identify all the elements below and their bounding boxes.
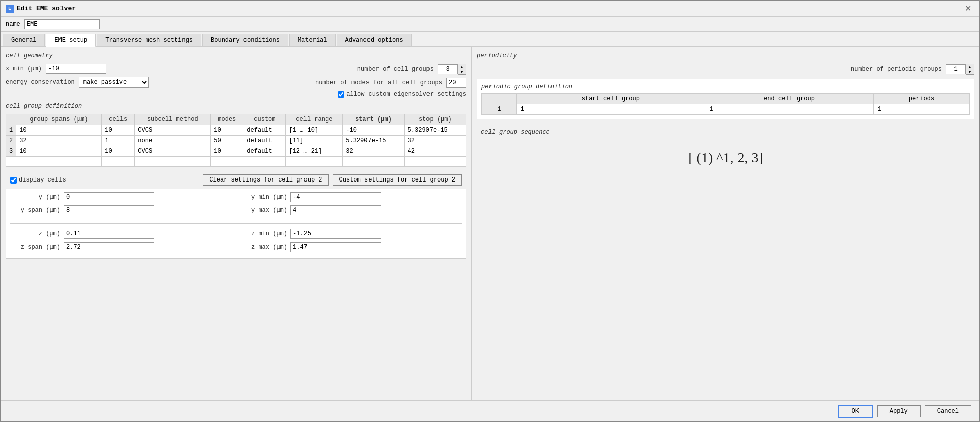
row-2-custom: default xyxy=(243,136,286,146)
z-min-label: z min (μm) xyxy=(237,230,287,237)
tab-material[interactable]: Material xyxy=(289,34,336,46)
num-cell-groups-row: number of cell groups ▲ ▼ xyxy=(357,64,466,75)
col-num xyxy=(6,114,16,125)
spinbox-down[interactable]: ▼ xyxy=(458,69,466,74)
num-periodic-groups-input[interactable] xyxy=(946,64,966,74)
table-row-empty xyxy=(6,157,466,167)
z-row: z (μm) xyxy=(10,229,235,239)
tab-advanced-options[interactable]: Advanced options xyxy=(337,34,412,46)
empty-cell-3 xyxy=(102,157,135,167)
spinbox-buttons: ▲ ▼ xyxy=(458,64,466,75)
y-min-input[interactable] xyxy=(290,192,381,202)
table-row: 1 10 10 CVCS 10 default [1 … 10] -10 5.3… xyxy=(6,125,466,136)
row-2-modes: 50 xyxy=(211,136,243,146)
allow-custom-checkbox[interactable] xyxy=(338,91,344,98)
empty-cell-1 xyxy=(6,157,16,167)
left-panel: cell geometry x min (μm) energy conserva… xyxy=(1,47,472,400)
custom-settings-button[interactable]: Custom settings for cell group 2 xyxy=(333,174,462,186)
num-cell-groups-spinbox: ▲ ▼ xyxy=(438,64,466,75)
name-input[interactable] xyxy=(24,19,100,29)
y-max-label: y max (μm) xyxy=(237,207,287,214)
z-label: z (μm) xyxy=(10,230,60,237)
z-span-row: z span (μm) xyxy=(10,242,235,252)
spinbox-btns-2: ▲ ▼ xyxy=(966,64,974,75)
tab-eme-setup[interactable]: EME setup xyxy=(46,34,96,47)
spinbox-up[interactable]: ▲ xyxy=(458,64,466,69)
main-content: cell geometry x min (μm) energy conserva… xyxy=(1,47,979,400)
num-periodic-groups-row: number of periodic groups ▲ ▼ xyxy=(477,64,974,75)
z-min-input[interactable] xyxy=(290,229,381,239)
empty-cell-8 xyxy=(343,157,404,167)
table-row: 3 10 10 CVCS 10 default [12 … 21] 32 42 xyxy=(6,146,466,157)
close-button[interactable]: ✕ xyxy=(962,3,974,14)
row-3-cells: 10 xyxy=(102,146,135,157)
z-right-fields: z min (μm) z max (μm) xyxy=(237,229,462,255)
row-1-cells: 10 xyxy=(102,125,135,136)
name-label: name xyxy=(6,21,20,28)
y-min-label: y min (μm) xyxy=(237,194,287,201)
cell-geometry-controls: x min (μm) energy conservation make pass… xyxy=(6,64,466,98)
row-1-num: 1 xyxy=(6,125,16,136)
display-cells-row: display cells xyxy=(10,176,66,184)
num-cell-groups-label: number of cell groups xyxy=(357,66,434,73)
row-1-subcell: CVCS xyxy=(135,125,211,136)
period-row-1-num: 1 xyxy=(482,104,517,115)
left-controls: x min (μm) energy conservation make pass… xyxy=(6,64,235,91)
tab-transverse-mesh[interactable]: Transverse mesh settings xyxy=(97,34,201,46)
action-buttons: Clear settings for cell group 2 Custom s… xyxy=(203,174,462,186)
num-modes-input[interactable] xyxy=(446,78,466,88)
row-2-num: 2 xyxy=(6,136,16,146)
z-span-label: z span (μm) xyxy=(10,244,60,251)
cell-group-sequence-section: cell group sequence [ (1) ^1, 2, 3] xyxy=(477,125,974,180)
row-3-custom: default xyxy=(243,146,286,157)
apply-button[interactable]: Apply xyxy=(877,405,921,417)
periodicity-title: periodicity xyxy=(477,52,974,59)
clear-settings-button[interactable]: Clear settings for cell group 2 xyxy=(203,174,328,186)
tab-general[interactable]: General xyxy=(3,34,45,46)
cell-group-sequence-title: cell group sequence xyxy=(481,129,970,136)
row-2-spans: 32 xyxy=(16,136,102,146)
energy-conservation-label: energy conservation xyxy=(6,79,75,86)
row-1-modes: 10 xyxy=(211,125,243,136)
allow-custom-row: allow custom eigensolver settings xyxy=(338,91,466,98)
y-max-row: y max (μm) xyxy=(237,205,462,215)
periodic-group-def-title: periodic group definition xyxy=(481,83,970,90)
col-stop: stop (μm) xyxy=(404,114,466,125)
z-input[interactable] xyxy=(64,229,154,239)
window-title: Edit EME solver xyxy=(17,5,76,12)
empty-cell-4 xyxy=(135,157,211,167)
y-max-input[interactable] xyxy=(290,205,381,215)
cell-group-definition-title: cell group definition xyxy=(6,103,466,110)
tab-boundary-conditions[interactable]: Boundary conditions xyxy=(202,34,288,46)
col-cell-range: cell range xyxy=(286,114,343,125)
col-start: start (μm) xyxy=(343,114,404,125)
col-custom: custom xyxy=(243,114,286,125)
energy-conservation-select[interactable]: make passive conserve energy none xyxy=(79,77,149,88)
row-3-spans: 10 xyxy=(16,146,102,157)
empty-cell-5 xyxy=(211,157,243,167)
x-min-input[interactable] xyxy=(46,64,106,74)
y-input[interactable] xyxy=(64,192,154,202)
row-1-spans: 10 xyxy=(16,125,102,136)
z-span-input[interactable] xyxy=(64,242,154,252)
display-cells-checkbox[interactable] xyxy=(10,177,17,184)
row-3-start: 32 xyxy=(343,146,404,157)
period-col-start: start cell group xyxy=(516,94,705,104)
ok-button[interactable]: OK xyxy=(838,405,873,418)
row-1-start: -10 xyxy=(343,125,404,136)
row-2-cell-range: [11] xyxy=(286,136,343,146)
num-modes-label: number of modes for all cell groups xyxy=(315,79,442,86)
z-left-fields: z (μm) z span (μm) xyxy=(10,229,235,255)
cancel-button[interactable]: Cancel xyxy=(925,405,971,417)
num-cell-groups-input[interactable] xyxy=(438,64,458,74)
y-span-label: y span (μm) xyxy=(10,207,60,214)
bottom-section: display cells Clear settings for cell gr… xyxy=(6,171,466,259)
periodic-spinbox-up[interactable]: ▲ xyxy=(966,64,974,69)
row-3-num: 3 xyxy=(6,146,16,157)
periodic-spinbox-down[interactable]: ▼ xyxy=(966,69,974,74)
y-span-input[interactable] xyxy=(64,205,154,215)
z-max-input[interactable] xyxy=(290,242,381,252)
row-2-start: 5.32907e-15 xyxy=(343,136,404,146)
col-cells: cells xyxy=(102,114,135,125)
row-1-cell-range: [1 … 10] xyxy=(286,125,343,136)
